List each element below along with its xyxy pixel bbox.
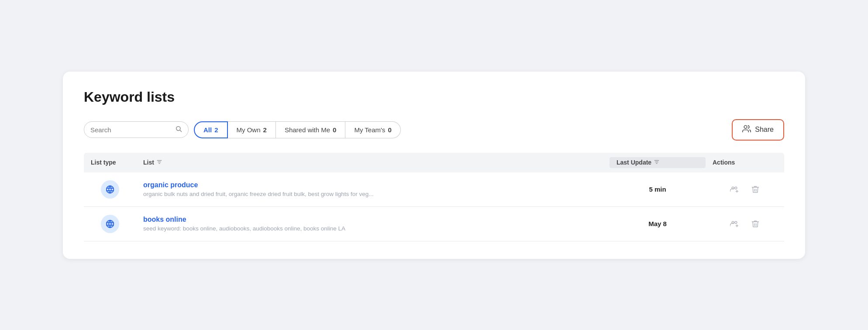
share-row-button[interactable] [728,183,741,196]
table-row: organic produce organic bulk nuts and dr… [84,172,784,207]
filter-tabs: All 2 My Own 2 Shared with Me 0 My Team'… [194,121,401,138]
last-update-sort-icon [654,159,660,166]
list-sort-icon[interactable] [156,159,162,166]
filter-tab-teams-label: My Team's [354,126,385,134]
row-date-col: May 8 [610,220,706,227]
filter-tab-my-teams[interactable]: My Team's 0 [345,121,400,138]
col-header-last-update[interactable]: Last Update [610,157,706,168]
svg-point-9 [107,186,114,193]
search-wrapper [84,121,189,138]
list-name-link[interactable]: organic produce [143,181,603,189]
table-header: List type List Last Update [84,153,784,172]
row-actions-col [706,183,784,196]
col-header-list: List [136,159,610,166]
toolbar: All 2 My Own 2 Shared with Me 0 My Team'… [84,119,784,141]
row-date-col: 5 min [610,186,706,193]
data-table: List type List Last Update [84,153,784,241]
filter-tab-my-own-label: My Own [237,126,261,134]
share-row-button[interactable] [728,218,741,230]
list-type-icon [101,215,119,233]
delete-row-button[interactable] [749,183,761,196]
filter-tab-all[interactable]: All 2 [194,121,228,138]
search-icon [175,125,182,134]
row-actions-col [706,218,784,230]
filter-tab-all-label: All [203,126,212,134]
filter-tab-all-count: 2 [214,126,218,134]
filter-tab-teams-count: 0 [388,126,391,134]
svg-point-2 [744,125,747,128]
share-button-label: Share [755,126,774,134]
col-header-list-type: List type [84,159,136,166]
row-content-col: organic produce organic bulk nuts and dr… [136,181,610,197]
row-content-col: books online seed keyword: books online,… [136,216,610,232]
list-name-link[interactable]: books online [143,216,603,223]
filter-tab-shared-label: Shared with Me [285,126,330,134]
list-type-icon [101,180,119,199]
filter-tab-shared-count: 0 [333,126,336,134]
row-icon-col [84,215,136,233]
list-description: seed keyword: books online, audiobooks, … [143,225,603,232]
table-row: books online seed keyword: books online,… [84,207,784,241]
filter-tab-my-own-count: 2 [263,126,267,134]
list-description: organic bulk nuts and dried fruit, organ… [143,191,603,197]
main-card: Keyword lists All 2 My Own 2 Share [63,72,805,259]
share-button[interactable]: Share [732,119,784,141]
page-title: Keyword lists [84,89,784,105]
row-icon-col [84,180,136,199]
share-people-icon [742,124,751,135]
svg-point-14 [107,220,114,227]
delete-row-button[interactable] [749,218,761,230]
filter-tab-my-own[interactable]: My Own 2 [228,121,276,138]
filter-tab-shared-with-me[interactable]: Shared with Me 0 [276,121,346,138]
search-input[interactable] [90,126,172,134]
svg-line-1 [180,130,182,132]
col-header-actions: Actions [706,159,784,166]
